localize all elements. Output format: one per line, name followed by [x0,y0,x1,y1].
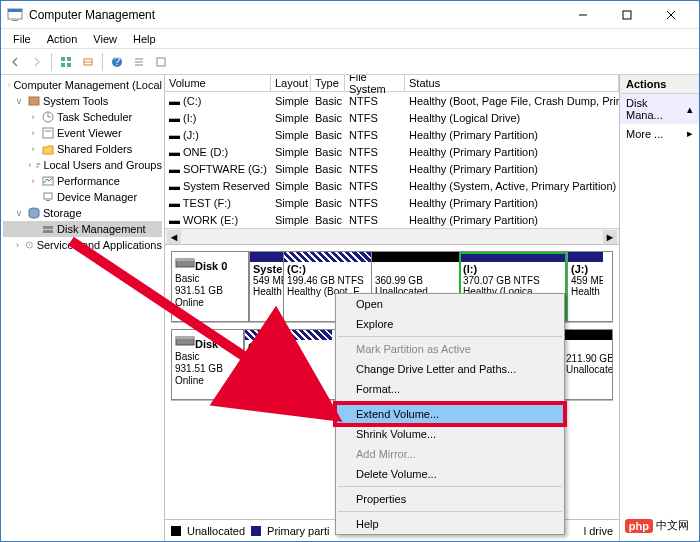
svg-rect-2 [12,20,18,21]
svg-rect-8 [67,57,71,61]
tree-performance[interactable]: ›Performance [3,173,162,189]
partition[interactable]: (J:)459 MEHealth [567,252,603,321]
actions-pane: Actions Disk Mana...▴ More ...▸ [619,75,699,541]
svg-point-35 [29,244,31,246]
title-bar: Computer Management [1,1,699,29]
table-row[interactable]: ▬ System ReservedSimpleBasicNTFSHealthy … [165,177,619,194]
svg-point-27 [38,163,40,165]
table-row[interactable]: ▬ SOFTWARE (G:)SimpleBasicNTFSHealthy (P… [165,160,619,177]
tree-task-scheduler[interactable]: ›Task Scheduler [3,109,162,125]
partition[interactable]: ONE (D:)10.26 GBHealthy [244,330,332,399]
menu-add-mirror: Add Mirror... [336,444,564,464]
svg-text:?: ? [114,56,120,67]
menu-extend-volume[interactable]: Extend Volume... [336,404,564,424]
svg-rect-20 [29,97,39,105]
maximize-button[interactable] [605,1,649,29]
tree-disk-management[interactable]: Disk Management [3,221,162,237]
table-row[interactable]: ▬ TEST (F:)SimpleBasicNTFSHealthy (Prima… [165,194,619,211]
back-button[interactable] [5,52,25,72]
menu-shrink-volume[interactable]: Shrink Volume... [336,424,564,444]
volume-grid[interactable]: Volume Layout Type File System Status ▬ … [165,75,619,245]
svg-point-26 [36,163,38,165]
svg-rect-19 [8,84,11,86]
svg-rect-32 [43,226,53,229]
col-volume[interactable]: Volume [165,75,271,91]
partition[interactable]: Syster549 MEHealth [249,252,283,321]
minimize-button[interactable] [561,1,605,29]
menu-change-letter[interactable]: Change Drive Letter and Paths... [336,359,564,379]
col-layout[interactable]: Layout [271,75,311,91]
menu-action[interactable]: Action [39,31,86,47]
table-row[interactable]: ▬ ONE (D:)SimpleBasicNTFSHealthy (Primar… [165,143,619,160]
watermark-brand: php [625,519,653,533]
col-filesystem[interactable]: File System [345,75,405,91]
partition[interactable]: 211.90 GBUnallocate [562,330,612,399]
window-title: Computer Management [29,8,561,22]
svg-rect-30 [46,200,50,201]
menu-explore[interactable]: Explore [336,314,564,334]
settings-button[interactable] [78,52,98,72]
legend-unallocated-swatch [171,526,181,536]
scroll-left-icon[interactable]: ◄ [167,230,181,244]
disk-info[interactable]: Disk 0Basic931.51 GBOnline [171,251,249,322]
col-status[interactable]: Status [405,75,619,91]
grid-scrollbar[interactable]: ◄ ► [165,228,619,244]
table-row[interactable]: ▬ (I:)SimpleBasicNTFSHealthy (Logical Dr… [165,109,619,126]
svg-rect-1 [8,9,22,12]
svg-rect-24 [43,128,53,138]
tree-event-viewer[interactable]: ›Event Viewer [3,125,162,141]
toolbar: ? [1,49,699,75]
menu-open[interactable]: Open [336,294,564,314]
disk-info[interactable]: Disk 1Basic931.51 GBOnline [171,329,244,400]
chevron-right-icon: ▸ [687,127,693,140]
svg-rect-7 [61,57,65,61]
legend-primary: Primary parti [267,525,329,537]
menu-mark-active: Mark Partition as Active [336,339,564,359]
tree-device-manager[interactable]: Device Manager [3,189,162,205]
tree-root[interactable]: Computer Management (Local [3,77,162,93]
view-button[interactable] [56,52,76,72]
legend-primary-swatch [251,526,261,536]
navigation-tree[interactable]: Computer Management (Local vSystem Tools… [1,75,165,541]
forward-button[interactable] [27,52,47,72]
svg-rect-29 [44,193,52,199]
legend-drive: l drive [584,525,613,537]
refresh-button[interactable] [151,52,171,72]
tree-services[interactable]: ›Services and Applications [3,237,162,253]
table-row[interactable]: ▬ (J:)SimpleBasicNTFSHealthy (Primary Pa… [165,126,619,143]
menu-properties[interactable]: Properties [336,489,564,509]
scroll-right-icon[interactable]: ► [603,230,617,244]
legend-unallocated: Unallocated [187,525,245,537]
col-type[interactable]: Type [311,75,345,91]
tree-shared-folders[interactable]: ›Shared Folders [3,141,162,157]
svg-rect-39 [176,337,194,339]
actions-item-diskmgmt[interactable]: Disk Mana...▴ [620,94,699,124]
collapse-icon[interactable]: ▴ [687,103,693,116]
help-button[interactable]: ? [107,52,127,72]
tree-system-tools[interactable]: vSystem Tools [3,93,162,109]
table-row[interactable]: ▬ WORK (E:)SimpleBasicNTFSHealthy (Prima… [165,211,619,228]
grid-header[interactable]: Volume Layout Type File System Status [165,75,619,92]
list-button[interactable] [129,52,149,72]
actions-header: Actions [620,75,699,94]
tree-local-users[interactable]: ›Local Users and Groups [3,157,162,173]
svg-rect-18 [157,58,165,66]
menu-bar: File Action View Help [1,29,699,49]
svg-rect-10 [67,63,71,67]
close-button[interactable] [649,1,693,29]
app-icon [7,7,23,23]
svg-rect-9 [61,63,65,67]
table-row[interactable]: ▬ (C:)SimpleBasicNTFSHealthy (Boot, Page… [165,92,619,109]
actions-item-more[interactable]: More ...▸ [620,124,699,143]
menu-format[interactable]: Format... [336,379,564,399]
menu-help[interactable]: Help [125,31,164,47]
menu-file[interactable]: File [5,31,39,47]
tree-storage[interactable]: vStorage [3,205,162,221]
menu-help[interactable]: Help [336,514,564,534]
svg-rect-33 [43,230,53,233]
context-menu: Open Explore Mark Partition as Active Ch… [335,293,565,535]
svg-rect-4 [623,11,631,19]
watermark: php 中文网 [621,516,693,535]
menu-view[interactable]: View [85,31,125,47]
menu-delete-volume[interactable]: Delete Volume... [336,464,564,484]
